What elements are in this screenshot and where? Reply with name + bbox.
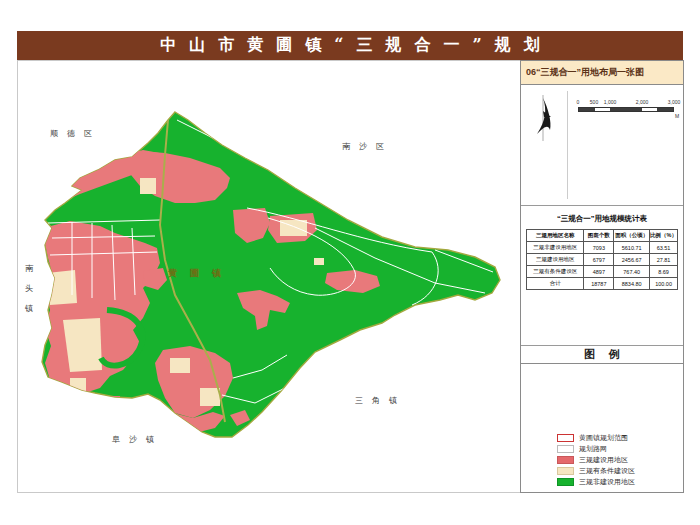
stats-section: “三规合一”用地规模统计表 三规用地区名称 图斑个数 面积（公顷） 比例（%） …: [521, 206, 683, 346]
legend-label: 规划路网: [579, 444, 607, 454]
scale-tick-0: 0: [577, 99, 580, 105]
legend-item-construction: 三规建设用地区: [557, 454, 635, 465]
cell-area: 767.40: [614, 266, 650, 278]
label-sanjiao-town: 三角镇: [355, 396, 406, 405]
sheet-title: 中山市黄圃镇“三规合一”规划: [147, 35, 552, 56]
cell-ratio: 100.00: [650, 278, 678, 290]
title-bar: 中山市黄圃镇“三规合一”规划: [17, 31, 683, 60]
cell-name: 三规非建设用地区: [527, 242, 584, 254]
section-divider: [567, 91, 568, 199]
cell-ratio: 63.51: [650, 242, 678, 254]
legend-title: 图例: [521, 346, 683, 364]
label-nantou-char1: 南: [25, 264, 34, 273]
legend-section: 黄圃镇规划范围 规划路网 三规建设用地区 三规有条件建设区 三规非建设用地区: [521, 364, 683, 492]
map-area: 顺德区 南沙区 南 头 镇 黄圃镇 三角镇 阜沙镇: [17, 60, 520, 493]
label-fusha-town: 阜沙镇: [112, 435, 163, 444]
scale-tick-500: 500: [590, 99, 598, 105]
cell-count: 6797: [584, 254, 614, 266]
cell-area: 5610.71: [614, 242, 650, 254]
table-row: 三规建设用地区 6797 2456.67 27.81: [527, 254, 678, 266]
legend-label: 黄圃镇规划范围: [579, 433, 628, 443]
label-shunde-district: 顺德区: [50, 129, 101, 138]
side-panel: 06“三规合一”用地布局一张图 0 500 1,000 2,000 3,000 …: [520, 60, 684, 493]
scale-unit: M: [675, 113, 679, 119]
legend-label: 三规非建设用地区: [579, 477, 635, 487]
land-use-map: 顺德区 南沙区 南 头 镇 黄圃镇 三角镇 阜沙镇: [17, 60, 520, 493]
legend-label: 三规有条件建设区: [579, 466, 635, 476]
legend-item-non-construction: 三规非建设用地区: [557, 476, 635, 487]
legend-label: 三规建设用地区: [579, 455, 628, 465]
label-nantou-char3: 镇: [24, 304, 33, 313]
cell-name: 三规有条件建设区: [527, 266, 584, 278]
north-arrow-icon: [527, 93, 563, 145]
table-row: 三规非建设用地区 7093 5610.71 63.51: [527, 242, 678, 254]
stats-header-row: 三规用地区名称 图斑个数 面积（公顷） 比例（%）: [527, 230, 678, 242]
col-header-count: 图斑个数: [584, 230, 614, 242]
table-row: 三规有条件建设区 4897 767.40 8.69: [527, 266, 678, 278]
col-header-ratio: 比例（%）: [650, 230, 678, 242]
cell-area: 2456.67: [614, 254, 650, 266]
cell-count: 18787: [584, 278, 614, 290]
legend-item-conditional: 三规有条件建设区: [557, 465, 635, 476]
label-nantou-char2: 头: [25, 284, 33, 293]
scale-tick-1000: 1,000: [604, 99, 617, 105]
legend-item-road-network: 规划路网: [557, 443, 635, 454]
scale-tick-3000: 3,000: [668, 99, 681, 105]
table-row-total: 合计 18787 8834.80 100.00: [527, 278, 678, 290]
label-huangpu-town: 黄圃镇: [168, 268, 234, 278]
label-nansha-district: 南沙区: [342, 142, 393, 151]
stats-table: 三规用地区名称 图斑个数 面积（公顷） 比例（%） 三规非建设用地区 7093 …: [526, 229, 678, 290]
cell-area: 8834.80: [614, 278, 650, 290]
col-header-name: 三规用地区名称: [527, 230, 584, 242]
panel-title: 06“三规合一”用地布局一张图: [521, 61, 683, 85]
stats-table-title: “三规合一”用地规模统计表: [521, 214, 683, 224]
planning-range-swatch: [557, 434, 574, 442]
cell-ratio: 27.81: [650, 254, 678, 266]
scale-tick-2000: 2,000: [636, 99, 649, 105]
north-scale-section: 0 500 1,000 2,000 3,000 M: [521, 85, 683, 206]
col-header-area: 面积（公顷）: [614, 230, 650, 242]
legend-item-planning-range: 黄圃镇规划范围: [557, 432, 635, 443]
cell-ratio: 8.69: [650, 266, 678, 278]
cell-count: 4897: [584, 266, 614, 278]
non-construction-swatch: [557, 478, 574, 486]
cell-count: 7093: [584, 242, 614, 254]
plan-sheet: 中山市黄圃镇“三规合一”规划: [0, 0, 700, 525]
cell-name: 三规建设用地区: [527, 254, 584, 266]
road-network-swatch: [557, 445, 574, 453]
construction-swatch: [557, 456, 574, 464]
conditional-swatch: [557, 467, 574, 475]
cell-name: 合计: [527, 278, 584, 290]
scale-bar: [578, 107, 674, 112]
legend-items: 黄圃镇规划范围 规划路网 三规建设用地区 三规有条件建设区 三规非建设用地区: [557, 432, 635, 487]
